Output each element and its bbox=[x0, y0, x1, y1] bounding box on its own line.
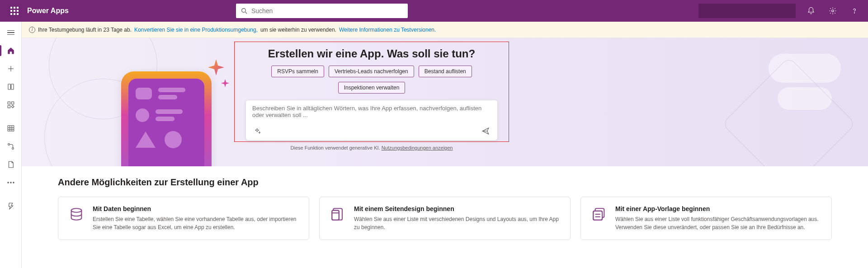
svg-rect-8 bbox=[8, 102, 10, 104]
rail-create[interactable] bbox=[0, 60, 22, 78]
help-icon bbox=[850, 7, 859, 15]
data-icon bbox=[67, 205, 85, 223]
ai-note-text: Diese Funktion verwendet generative KI. bbox=[291, 145, 380, 150]
table-icon bbox=[7, 124, 15, 132]
svg-point-3 bbox=[854, 13, 854, 13]
lower-heading: Andere Möglichkeiten zur Erstellung eine… bbox=[58, 177, 832, 188]
settings-button[interactable] bbox=[823, 0, 843, 22]
rail-hamburger[interactable] bbox=[0, 24, 22, 42]
rail-more[interactable] bbox=[0, 174, 22, 192]
hamburger-icon bbox=[7, 29, 14, 37]
app-launcher-button[interactable] bbox=[4, 0, 25, 22]
help-button[interactable] bbox=[844, 0, 864, 22]
svg-point-20 bbox=[13, 182, 14, 183]
apps-icon bbox=[7, 101, 15, 109]
brand-title: Power Apps bbox=[27, 7, 69, 15]
prompt-title: Erstellen wir eine App. Was soll sie tun… bbox=[245, 47, 498, 60]
copilot-prompt-card: Erstellen wir eine App. Was soll sie tun… bbox=[234, 42, 509, 142]
card-desc: Wählen Sie aus einer Liste mit verschied… bbox=[354, 215, 561, 231]
rail-apps[interactable] bbox=[0, 96, 22, 114]
card-title: Mit einem Seitendesign beginnen bbox=[354, 205, 561, 212]
left-rail bbox=[0, 22, 22, 268]
banner-text-middle: um sie weiterhin zu verwenden. bbox=[260, 27, 336, 33]
svg-point-17 bbox=[12, 148, 14, 150]
svg-rect-11 bbox=[8, 126, 14, 131]
sparkle-icon bbox=[207, 58, 225, 76]
search-input[interactable] bbox=[251, 7, 403, 14]
environment-picker[interactable] bbox=[698, 4, 796, 18]
banner-link-moreinfo[interactable]: Weitere Informationen zu Testversionen. bbox=[339, 27, 436, 33]
page-icon bbox=[7, 160, 15, 169]
flow-icon bbox=[7, 142, 15, 150]
banner-link-convert[interactable]: Konvertieren Sie sie in eine Produktions… bbox=[134, 27, 258, 33]
phone-illustration bbox=[121, 71, 212, 166]
chip-inventory[interactable]: Bestand auflisten bbox=[419, 66, 472, 77]
svg-rect-28 bbox=[593, 211, 602, 220]
prompt-input-box[interactable] bbox=[245, 100, 498, 141]
trial-banner: i Ihre Testumgebung läuft in 23 Tage ab.… bbox=[22, 22, 868, 38]
info-icon: i bbox=[29, 27, 35, 33]
sparkle-icon bbox=[254, 127, 261, 135]
ai-disclaimer: Diese Funktion verwendet generative KI. … bbox=[245, 145, 498, 150]
template-icon bbox=[590, 205, 608, 223]
card-start-with-template[interactable]: Mit einer App-Vorlage beginnen Wählen Si… bbox=[580, 197, 832, 240]
svg-point-0 bbox=[242, 9, 246, 13]
top-header: Power Apps bbox=[0, 0, 868, 22]
svg-rect-7 bbox=[11, 84, 14, 89]
svg-point-16 bbox=[8, 144, 10, 146]
hero-section: Erstellen wir eine App. Was soll sie tun… bbox=[22, 38, 868, 166]
notifications-button[interactable] bbox=[801, 0, 821, 22]
svg-rect-10 bbox=[8, 106, 10, 108]
bell-icon bbox=[807, 7, 815, 15]
rail-power-platform[interactable] bbox=[0, 197, 22, 215]
chip-leads[interactable]: Vertriebs-Leads nachverfolgen bbox=[329, 66, 414, 77]
rail-learn[interactable] bbox=[0, 78, 22, 96]
svg-rect-24 bbox=[332, 211, 339, 220]
rail-solutions[interactable] bbox=[0, 155, 22, 174]
gear-icon bbox=[829, 7, 837, 15]
svg-point-18 bbox=[8, 182, 9, 183]
card-desc: Erstellen Sie eine Tabelle, wählen Sie e… bbox=[93, 215, 300, 231]
prompt-textarea[interactable] bbox=[252, 105, 491, 122]
hero-right-shapes bbox=[687, 45, 850, 162]
card-start-with-data[interactable]: Mit Daten beginnen Erstellen Sie eine Ta… bbox=[58, 197, 309, 240]
svg-line-1 bbox=[245, 12, 247, 14]
card-title: Mit einer App-Vorlage beginnen bbox=[615, 205, 822, 212]
book-icon bbox=[7, 83, 15, 91]
layout-icon bbox=[329, 205, 347, 223]
search-wrap bbox=[236, 4, 408, 18]
sparkle-small-icon bbox=[221, 79, 230, 88]
chip-rsvps[interactable]: RSVPs sammeln bbox=[271, 66, 324, 77]
rail-tables[interactable] bbox=[0, 119, 22, 137]
card-start-with-design[interactable]: Mit einem Seitendesign beginnen Wählen S… bbox=[319, 197, 571, 240]
cards-row: Mit Daten beginnen Erstellen Sie eine Ta… bbox=[58, 197, 832, 240]
rail-flows[interactable] bbox=[0, 137, 22, 155]
lower-section: Andere Möglichkeiten zur Erstellung eine… bbox=[22, 166, 868, 254]
svg-rect-6 bbox=[8, 84, 10, 89]
more-icon bbox=[7, 181, 15, 184]
chip-inspections[interactable]: Inspektionen verwalten bbox=[338, 82, 406, 94]
svg-rect-9 bbox=[12, 102, 14, 104]
card-title: Mit Daten beginnen bbox=[93, 205, 300, 212]
power-icon bbox=[7, 202, 15, 210]
search-box[interactable] bbox=[236, 4, 408, 18]
svg-point-22 bbox=[71, 208, 82, 212]
send-icon bbox=[481, 127, 490, 135]
prompt-sparkle-button[interactable] bbox=[252, 126, 263, 136]
hero-art bbox=[40, 38, 248, 166]
plus-icon bbox=[7, 65, 15, 73]
svg-point-19 bbox=[10, 182, 11, 183]
main-content: i Ihre Testumgebung läuft in 23 Tage ab.… bbox=[22, 22, 868, 268]
prompt-send-button[interactable] bbox=[480, 126, 491, 136]
home-icon bbox=[7, 47, 15, 55]
card-desc: Wählen Sie aus einer Liste voll funktion… bbox=[615, 215, 822, 231]
search-icon bbox=[241, 7, 248, 14]
prompt-chips: RSVPs sammeln Vertriebs-Leads nachverfol… bbox=[245, 66, 498, 94]
ai-terms-link[interactable]: Nutzungsbedingungen anzeigen bbox=[382, 145, 453, 150]
banner-text-prefix: Ihre Testumgebung läuft in 23 Tage ab. bbox=[38, 27, 132, 33]
waffle-icon bbox=[10, 7, 19, 15]
svg-point-2 bbox=[832, 10, 834, 12]
rail-home[interactable] bbox=[0, 42, 22, 60]
